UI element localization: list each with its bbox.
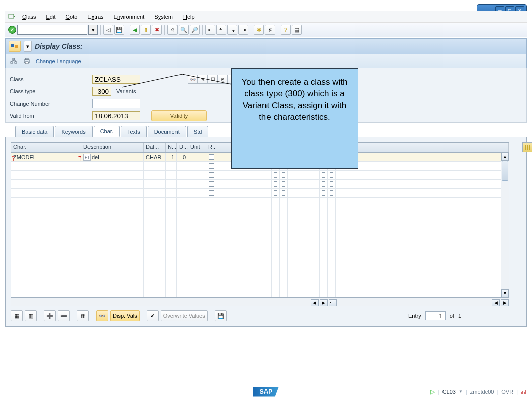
checkbox[interactable] xyxy=(209,272,214,277)
table-cell[interactable] xyxy=(280,171,288,179)
tab-document[interactable]: Document xyxy=(148,126,186,137)
back-green-icon[interactable]: ◀ xyxy=(130,25,140,35)
table-cell[interactable] xyxy=(144,243,166,252)
table-row[interactable] xyxy=(11,225,509,234)
checkbox[interactable] xyxy=(282,200,285,205)
table-cell[interactable] xyxy=(280,288,288,297)
checkbox[interactable] xyxy=(274,218,277,223)
checkbox[interactable] xyxy=(209,254,214,259)
table-cell[interactable] xyxy=(188,198,206,207)
table-cell[interactable] xyxy=(177,189,188,197)
table-cell[interactable] xyxy=(272,243,280,252)
table-cell[interactable] xyxy=(288,288,320,297)
table-cell[interactable] xyxy=(177,270,188,279)
scroll-up-icon[interactable]: ▲ xyxy=(501,153,509,161)
table-cell[interactable] xyxy=(144,279,166,288)
table-cell[interactable] xyxy=(328,234,336,243)
checkbox[interactable] xyxy=(209,209,214,214)
table-cell[interactable] xyxy=(336,270,509,279)
table-cell[interactable]: ZMODEL xyxy=(11,153,81,161)
table-cell[interactable]: ◰del xyxy=(81,153,144,161)
table-cell[interactable] xyxy=(320,252,328,261)
checkbox[interactable] xyxy=(274,172,277,178)
checkbox[interactable] xyxy=(274,190,277,196)
table-cell[interactable] xyxy=(206,171,217,179)
scroll-down-icon[interactable]: ▼ xyxy=(501,289,509,297)
table-row[interactable] xyxy=(11,279,509,288)
table-cell[interactable] xyxy=(206,261,217,270)
validfrom-input[interactable] xyxy=(92,111,140,120)
table-cell[interactable] xyxy=(166,270,177,279)
checkbox[interactable] xyxy=(282,254,285,259)
checkbox[interactable] xyxy=(282,218,285,223)
table-cell[interactable] xyxy=(177,288,188,297)
tab-keywords[interactable]: Keywords xyxy=(55,126,92,137)
table-cell[interactable] xyxy=(217,216,272,225)
table-cell[interactable] xyxy=(188,162,206,170)
table-cell[interactable]: 0 xyxy=(177,153,188,161)
create-session-icon[interactable]: ✱ xyxy=(254,25,264,35)
entry-input[interactable] xyxy=(425,311,446,320)
table-cell[interactable] xyxy=(144,180,166,188)
f4-help-icon[interactable]: ◰ xyxy=(83,154,91,161)
table-cell[interactable] xyxy=(206,153,217,161)
checkbox[interactable] xyxy=(209,290,214,295)
table-cell[interactable] xyxy=(177,261,188,270)
table-cell[interactable] xyxy=(11,162,81,170)
table-cell[interactable] xyxy=(11,243,81,252)
checkbox[interactable] xyxy=(330,254,333,259)
table-cell[interactable] xyxy=(272,279,280,288)
checkbox[interactable] xyxy=(322,200,325,205)
checkbox[interactable] xyxy=(209,236,214,241)
checkbox[interactable] xyxy=(282,236,285,241)
table-cell[interactable] xyxy=(11,261,81,270)
checkbox[interactable] xyxy=(209,281,214,286)
table-cell[interactable] xyxy=(288,189,320,197)
table-cell[interactable] xyxy=(81,216,144,225)
checkbox[interactable] xyxy=(282,181,285,187)
prev-page-icon[interactable]: ⬑ xyxy=(216,25,226,35)
checkbox[interactable] xyxy=(322,209,325,214)
table-cell[interactable] xyxy=(206,162,217,170)
copy-icon[interactable]: ⎘ xyxy=(218,75,228,84)
table-cell[interactable] xyxy=(11,189,81,197)
table-cell[interactable] xyxy=(177,279,188,288)
table-cell[interactable] xyxy=(81,243,144,252)
table-cell[interactable] xyxy=(217,270,272,279)
tab-std[interactable]: Std xyxy=(187,126,209,137)
table-cell[interactable] xyxy=(217,171,272,179)
checkbox[interactable] xyxy=(322,281,325,286)
table-cell[interactable] xyxy=(188,171,206,179)
create-icon[interactable]: ☐ xyxy=(208,75,218,84)
save-icon[interactable]: 💾 xyxy=(114,25,124,35)
trash-button[interactable]: 🗑 xyxy=(77,310,89,321)
table-cell[interactable] xyxy=(336,180,509,188)
col-unit[interactable]: Unit xyxy=(188,143,206,152)
table-cell[interactable] xyxy=(188,153,206,161)
table-cell[interactable] xyxy=(272,252,280,261)
column-config-icon[interactable]: ⋮⋮ xyxy=(329,299,337,306)
table-cell[interactable] xyxy=(188,252,206,261)
table-cell[interactable] xyxy=(217,243,272,252)
disk-button[interactable]: 💾 xyxy=(215,310,227,321)
table-cell[interactable] xyxy=(11,288,81,297)
table-cell[interactable] xyxy=(206,180,217,188)
table-row[interactable] xyxy=(11,234,509,243)
command-field[interactable] xyxy=(17,25,87,35)
table-cell[interactable] xyxy=(144,189,166,197)
tab-basic-data[interactable]: Basic data xyxy=(15,126,54,137)
checkbox[interactable] xyxy=(330,236,333,241)
find-icon[interactable]: 🔍 xyxy=(179,25,189,35)
table-cell[interactable] xyxy=(328,288,336,297)
table-cell[interactable] xyxy=(288,171,320,179)
checkbox[interactable] xyxy=(274,245,277,250)
checkbox[interactable] xyxy=(330,172,333,178)
table-cell[interactable] xyxy=(288,180,320,188)
table-cell[interactable] xyxy=(320,234,328,243)
table-cell[interactable] xyxy=(177,180,188,188)
table-cell[interactable] xyxy=(166,288,177,297)
checkbox[interactable] xyxy=(322,227,325,232)
table-cell[interactable] xyxy=(206,243,217,252)
table-cell[interactable] xyxy=(280,243,288,252)
table-cell[interactable] xyxy=(81,207,144,216)
